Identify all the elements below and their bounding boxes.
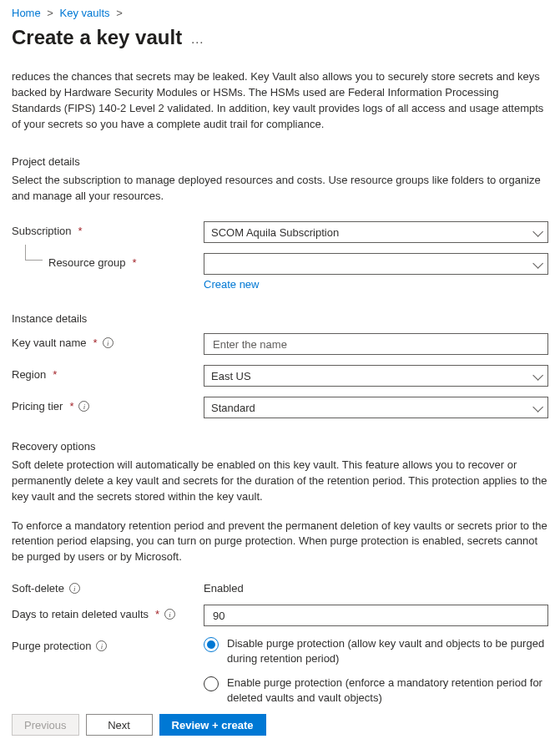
subscription-value: SCOM Aquila Subscription <box>211 226 339 239</box>
subscription-select[interactable]: SCOM Aquila Subscription <box>204 221 548 243</box>
pricing-select[interactable]: Standard <box>204 397 548 418</box>
radio-label-enable: Enable purge protection (enforce a manda… <box>227 676 548 706</box>
label-purge-protection: Purge protection i <box>12 636 204 652</box>
chevron-right-icon: > <box>116 7 123 19</box>
info-icon[interactable]: i <box>78 401 89 412</box>
radio-purge-enable[interactable]: Enable purge protection (enforce a manda… <box>204 676 548 706</box>
chevron-down-icon <box>532 405 541 410</box>
chevron-down-icon <box>532 373 541 378</box>
label-soft-delete: Soft-delete i <box>12 579 204 595</box>
chevron-down-icon <box>532 261 541 266</box>
more-actions-icon[interactable]: … <box>190 32 204 47</box>
label-resource-group: Resource group* <box>12 253 204 269</box>
radio-icon <box>204 637 219 652</box>
section-desc-project: Select the subscription to manage deploy… <box>12 173 548 205</box>
soft-delete-value: Enabled <box>204 579 548 595</box>
retain-days-input[interactable] <box>211 609 541 623</box>
label-region: Region* <box>12 365 204 381</box>
breadcrumb-home[interactable]: Home <box>12 7 41 19</box>
info-icon[interactable]: i <box>69 583 80 594</box>
retain-days-input-wrap <box>204 605 548 626</box>
keyvault-name-input-wrap <box>204 333 548 355</box>
region-select[interactable]: East US <box>204 365 548 387</box>
review-create-button[interactable]: Review + create <box>159 714 266 736</box>
info-icon[interactable]: i <box>103 337 114 348</box>
info-icon[interactable]: i <box>164 609 175 620</box>
chevron-down-icon <box>532 230 541 235</box>
info-icon[interactable]: i <box>96 640 107 651</box>
footer-bar: Previous Next Review + create <box>12 714 548 736</box>
create-new-link[interactable]: Create new <box>204 278 259 291</box>
section-header-recovery: Recovery options <box>12 440 548 453</box>
page-title: Create a key vault <box>12 26 182 49</box>
radio-purge-disable[interactable]: Disable purge protection (allow key vaul… <box>204 636 548 666</box>
radio-icon <box>204 676 219 691</box>
breadcrumb: Home > Key vaults > <box>12 7 548 19</box>
section-header-project: Project details <box>12 155 548 168</box>
intro-text: reduces the chances that secrets may be … <box>12 69 548 132</box>
label-subscription: Subscription* <box>12 221 204 237</box>
previous-button: Previous <box>12 714 79 736</box>
recovery-p2: To enforce a mandatory retention period … <box>12 519 548 566</box>
pricing-value: Standard <box>211 402 255 414</box>
chevron-right-icon: > <box>47 7 53 19</box>
radio-label-disable: Disable purge protection (allow key vaul… <box>227 636 548 666</box>
label-retain-days: Days to retain deleted vaults* i <box>12 605 204 620</box>
next-button[interactable]: Next <box>86 714 153 736</box>
section-header-instance: Instance details <box>12 312 548 325</box>
label-pricing: Pricing tier* i <box>12 397 204 412</box>
recovery-p1: Soft delete protection will automaticall… <box>12 458 548 505</box>
label-keyvault-name: Key vault name* i <box>12 333 204 349</box>
keyvault-name-input[interactable] <box>211 337 541 352</box>
region-value: East US <box>211 370 251 382</box>
breadcrumb-keyvaults[interactable]: Key vaults <box>60 7 110 19</box>
purge-protection-radio-group: Disable purge protection (allow key vaul… <box>204 636 548 706</box>
resource-group-select[interactable] <box>204 253 548 275</box>
